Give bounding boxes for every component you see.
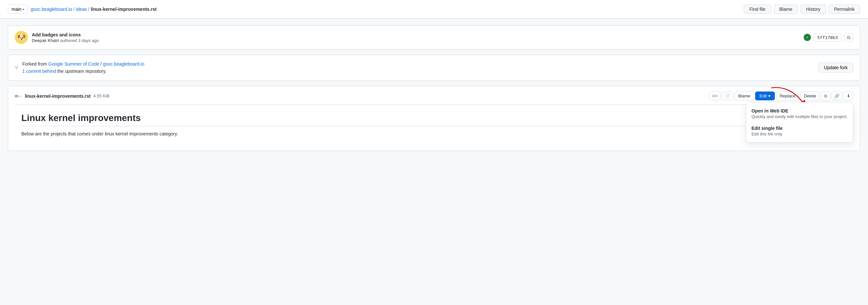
copy-sha-button[interactable]: ⧉ (844, 33, 853, 42)
file-content-heading: Linux kernel improvements (21, 113, 847, 126)
open-web-ide-desc: Quickly and easily edit multiple files i… (751, 114, 848, 119)
fork-card: ⑂ Forked from Google Summer of Code / gs… (8, 55, 860, 81)
avatar: 🐶 (15, 31, 28, 44)
commit-author[interactable]: Deepak Khatri (32, 38, 59, 43)
file-name: linux-kernel-improvements.rst (25, 93, 91, 99)
code-view-button[interactable]: </> (709, 92, 721, 100)
commit-card: 🐶 Add badges and icons Deepak Khatri aut… (8, 25, 860, 50)
fork-behind-text: the upstream repository. (57, 68, 106, 74)
top-bar-right: Find file Blame History Permalink (744, 5, 860, 14)
replace-button[interactable]: Replace (776, 92, 799, 100)
fork-source-repo[interactable]: gsoc.beagleboard.io (103, 61, 144, 67)
fork-left: ⑂ Forked from Google Summer of Code / gs… (15, 60, 144, 75)
fork-text: Forked from Google Summer of Code / gsoc… (22, 60, 144, 75)
branch-chevron: ▾ (23, 7, 24, 11)
commit-left: 🐶 Add badges and icons Deepak Khatri aut… (15, 31, 99, 44)
commits-behind-link[interactable]: 1 commit behind (22, 68, 56, 74)
commit-right: ✓ 5ff178b3 ⧉ (804, 33, 853, 42)
raw-button[interactable]: 📄 (722, 92, 733, 100)
download-button[interactable]: ⬇ (844, 92, 853, 100)
delete-button[interactable]: Delete (800, 92, 820, 100)
blame-button-top[interactable]: Blame (774, 5, 798, 14)
open-web-ide-item[interactable]: Open in Web IDE Quickly and easily edit … (746, 105, 853, 122)
breadcrumb: gsoc.beagleboard.io / ideas / linux-kern… (31, 6, 156, 12)
edit-single-file-desc: Edit this file only. (751, 131, 848, 136)
file-content: Linux kernel improvements Below are the … (15, 105, 853, 145)
edit-single-file-label: Edit single file (751, 126, 848, 131)
file-content-paragraph: Below are the projects that comes under … (21, 130, 847, 138)
file-type-badge: m↔ (15, 94, 22, 98)
commit-sha: 5ff178b3 (813, 33, 841, 42)
update-fork-button[interactable]: Update fork (818, 63, 853, 72)
history-button[interactable]: History (800, 5, 826, 14)
top-bar: main ▾ gsoc.beagleboard.io / ideas / lin… (0, 0, 868, 19)
edit-chevron-icon: ▾ (768, 93, 771, 98)
open-file-button[interactable]: 🔗 (831, 92, 842, 100)
breadcrumb-current: linux-kernel-improvements.rst (91, 6, 157, 12)
edit-label: Edit (760, 93, 767, 98)
file-header: m↔ linux-kernel-improvements.rst 4.55 Ki… (15, 92, 853, 105)
find-file-button[interactable]: Find file (744, 5, 771, 14)
file-size: 4.55 KiB (93, 93, 109, 98)
branch-label: main (11, 6, 21, 12)
breadcrumb-sep-1: / (73, 6, 74, 12)
file-header-right: </> 📄 Blame Edit ▾ Replace Delete ⧉ 🔗 ⬇ (709, 92, 853, 101)
fork-source-org[interactable]: Google Summer of Code (48, 61, 99, 67)
main-content: 🐶 Add badges and icons Deepak Khatri aut… (0, 19, 868, 157)
breadcrumb-folder[interactable]: ideas (76, 6, 87, 12)
edit-single-file-item[interactable]: Edit single file Edit this file only. (746, 122, 853, 140)
breadcrumb-sep-2: / (88, 6, 90, 12)
file-header-left: m↔ linux-kernel-improvements.rst 4.55 Ki… (15, 93, 110, 99)
status-check-icon[interactable]: ✓ (804, 34, 811, 41)
commit-time: authored 3 days ago (60, 38, 99, 43)
edit-button[interactable]: Edit ▾ (755, 92, 775, 100)
branch-selector[interactable]: main ▾ (8, 5, 28, 14)
commit-info: Add badges and icons Deepak Khatri autho… (32, 32, 99, 43)
fork-icon: ⑂ (15, 64, 19, 71)
file-card: m↔ linux-kernel-improvements.rst 4.55 Ki… (8, 86, 860, 151)
top-bar-left: main ▾ gsoc.beagleboard.io / ideas / lin… (8, 5, 156, 14)
open-web-ide-label: Open in Web IDE (751, 108, 848, 114)
commit-title: Add badges and icons (32, 32, 99, 37)
blame-button[interactable]: Blame (735, 92, 754, 100)
edit-dropdown-menu: Open in Web IDE Quickly and easily edit … (746, 102, 853, 143)
copy-file-button[interactable]: ⧉ (821, 92, 830, 101)
commit-meta: Deepak Khatri authored 3 days ago (32, 38, 99, 43)
forked-from-label: Forked from (22, 61, 48, 67)
breadcrumb-repo[interactable]: gsoc.beagleboard.io (31, 6, 72, 12)
permalink-button[interactable]: Permalink (829, 5, 860, 14)
fork-slash: / (100, 61, 103, 67)
